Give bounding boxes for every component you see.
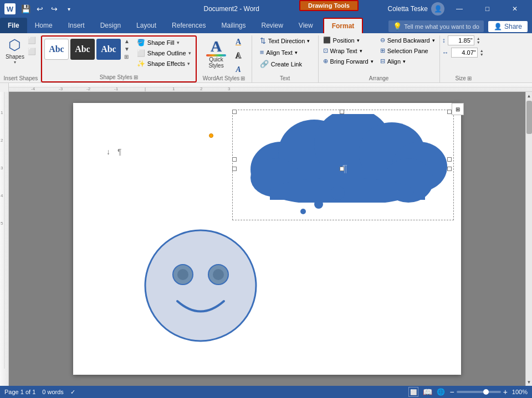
quick-styles-button[interactable]: A QuickStyles	[203, 35, 229, 70]
width-spin-up[interactable]: ▲	[479, 49, 485, 53]
user-avatar[interactable]: 👤	[431, 2, 444, 15]
smiley-face-container[interactable]	[140, 225, 262, 348]
view-reading-button[interactable]: 📖	[423, 387, 432, 396]
position-arrow[interactable]: ▾	[357, 38, 360, 43]
tab-review[interactable]: Review	[253, 18, 290, 33]
create-link-button[interactable]: 🔗 Create Link	[258, 59, 304, 69]
align-text-arrow[interactable]: ▾	[295, 50, 298, 55]
scroll-thumb[interactable]	[526, 101, 532, 134]
size-label-text: Size	[455, 75, 466, 81]
maximize-button[interactable]: ☐	[474, 0, 500, 18]
share-label: Share	[504, 23, 522, 30]
view-web-button[interactable]: 🌐	[437, 388, 445, 396]
shapes-side-btn-2[interactable]: ⬜	[27, 46, 37, 56]
handle-top-center[interactable]	[340, 110, 344, 114]
size-expand-icon[interactable]: ⊞	[467, 75, 472, 81]
shape-style-preset-3[interactable]: Abc	[96, 39, 121, 60]
height-input[interactable]	[448, 35, 474, 45]
shape-fill-label: Shape Fill	[147, 39, 175, 46]
proofing-icon[interactable]: ✓	[70, 389, 75, 396]
align-text-button[interactable]: ≡ Align Text ▾	[258, 47, 300, 58]
bring-forward-button[interactable]: ⊕ Bring Forward ▾	[321, 56, 376, 66]
height-spin-down[interactable]: ▼	[475, 40, 482, 44]
text-outline-button[interactable]: A	[232, 49, 245, 63]
zoom-out-button[interactable]: −	[449, 387, 454, 396]
svg-text:2: 2	[200, 86, 203, 91]
shape-effects-arrow[interactable]: ▾	[187, 61, 190, 66]
align-arrow[interactable]: ▾	[403, 59, 406, 64]
shape-outline-button[interactable]: ⬜ Shape Outline ▾	[135, 48, 193, 58]
send-backward-arrow[interactable]: ▾	[432, 38, 435, 43]
shapes-button[interactable]: ⬡ Shapes ▾	[4, 35, 25, 66]
view-normal-button[interactable]: ⬜	[408, 387, 418, 397]
tab-layout[interactable]: Layout	[129, 18, 164, 33]
zoom-thumb[interactable]	[483, 389, 489, 395]
scroll-down-button[interactable]: ▼	[526, 378, 533, 386]
tab-mailings[interactable]: Mailings	[213, 18, 253, 33]
shape-style-preset-1[interactable]: Abc	[44, 39, 69, 60]
send-backward-button[interactable]: ⊖ Send Backward ▾	[378, 35, 437, 45]
handle-bottom-left[interactable]	[232, 167, 237, 171]
handle-middle-right[interactable]	[447, 157, 452, 162]
tab-insert[interactable]: Insert	[60, 18, 93, 33]
selection-icon[interactable]: ⊞	[452, 103, 464, 115]
shape-outline-arrow[interactable]: ▾	[188, 50, 191, 56]
selection-pane-icon: ⊞	[380, 47, 385, 54]
svg-point-27	[177, 269, 188, 280]
style-presets-up[interactable]: ▲	[122, 38, 131, 45]
text-direction-button[interactable]: ⇅ Text Direction ▾	[258, 35, 313, 46]
vertical-ruler: 1 2 3 4 5	[0, 92, 9, 386]
shape-styles-expand-icon[interactable]: ⊞	[134, 74, 138, 80]
shape-effects-button[interactable]: ✨ Shape Effects ▾	[135, 59, 193, 69]
shape-fill-button[interactable]: 🪣 Shape Fill ▾	[135, 38, 193, 48]
text-effects-button[interactable]: A	[232, 63, 245, 76]
text-direction-arrow[interactable]: ▾	[307, 38, 310, 44]
close-button[interactable]: ✕	[502, 0, 528, 18]
share-button[interactable]: 👤 Share	[488, 21, 528, 32]
style-presets-more[interactable]: ⊞	[122, 53, 131, 60]
redo-button[interactable]: ↪	[48, 2, 61, 15]
shapes-side-btn-1[interactable]: ⬜	[27, 35, 37, 45]
wrap-text-arrow[interactable]: ▾	[360, 48, 362, 54]
handle-bottom-right[interactable]	[447, 167, 452, 171]
save-button[interactable]: 💾	[19, 2, 32, 15]
zoom-track[interactable]	[457, 391, 501, 393]
tab-design[interactable]: Design	[93, 18, 129, 33]
tab-file[interactable]: File	[0, 18, 27, 33]
shape-style-preset-2[interactable]: Abc	[70, 39, 95, 60]
width-spin-down[interactable]: ▼	[479, 53, 485, 56]
bring-forward-arrow[interactable]: ▾	[371, 59, 374, 64]
thought-bubble-container[interactable]: ¶ ⊞	[237, 114, 447, 204]
shape-fill-arrow[interactable]: ▾	[177, 40, 180, 45]
style-presets-down[interactable]: ▼	[122, 45, 131, 53]
tab-references[interactable]: References	[164, 18, 213, 33]
bring-forward-label: Bring Forward	[330, 58, 369, 65]
tab-home[interactable]: Home	[27, 18, 60, 33]
width-input[interactable]	[451, 48, 478, 58]
undo-button[interactable]: ↩	[33, 2, 47, 15]
tab-format[interactable]: Format	[323, 18, 364, 33]
shapes-dropdown-arrow[interactable]: ▾	[14, 60, 16, 65]
app-window: W 💾 ↩ ↪ ▾ Drawing Tools Document2 - Word…	[0, 0, 532, 398]
text-fill-button[interactable]: A	[232, 35, 245, 49]
handle-top-right[interactable]	[447, 110, 452, 114]
position-button[interactable]: ⬛ Position ▾	[321, 35, 376, 45]
minimize-button[interactable]: —	[447, 0, 472, 18]
height-spin-up[interactable]: ▲	[475, 37, 482, 40]
tab-view[interactable]: View	[291, 18, 321, 33]
tell-me-bar[interactable]: 💡 Tell me what you want to do	[388, 20, 484, 32]
handle-bottom-center[interactable]	[340, 167, 344, 171]
handle-top-left[interactable]	[232, 110, 237, 114]
selection-pane-button[interactable]: ⊞ Selection Pane	[378, 46, 437, 55]
wordart-expand-icon[interactable]: ⊞	[241, 75, 245, 81]
wrap-text-button[interactable]: ⊡ Wrap Text ▾	[321, 46, 376, 55]
status-left: Page 1 of 1 0 words ✓	[4, 389, 75, 396]
user-section: Coletta Teske 👤	[388, 2, 445, 15]
scroll-up-button[interactable]: ▲	[526, 92, 533, 100]
handle-middle-left[interactable]	[232, 157, 237, 162]
quick-access-dropdown[interactable]: ▾	[62, 2, 75, 15]
align-button[interactable]: ⊟ Align ▾	[378, 56, 437, 66]
tell-me-text: Tell me what you want to do	[404, 23, 479, 30]
connection-handle-orange[interactable]	[209, 133, 213, 138]
zoom-in-button[interactable]: +	[503, 387, 508, 396]
